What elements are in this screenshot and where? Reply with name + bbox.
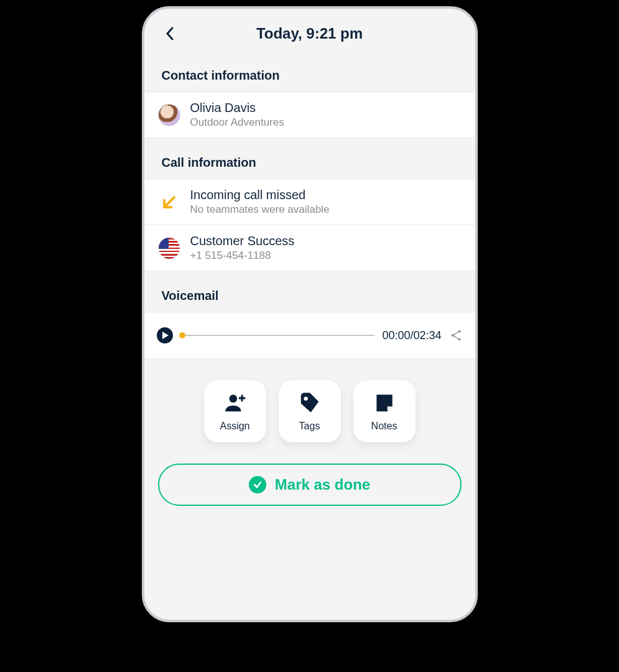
us-flag-icon	[157, 236, 182, 261]
phone-frame: Today, 9:21 pm Contact information Olivi…	[142, 6, 478, 622]
svg-point-3	[229, 394, 237, 403]
progress-handle[interactable]	[179, 332, 185, 338]
header-title: Today, 9:21 pm	[162, 25, 458, 42]
svg-point-4	[304, 397, 307, 401]
call-number-row[interactable]: Customer Success +1 515-454-1188	[144, 225, 475, 271]
contact-row[interactable]: Olivia Davis Outdoor Adventures	[144, 91, 475, 138]
play-button[interactable]	[157, 327, 173, 343]
avatar	[157, 103, 182, 128]
assign-label: Assign	[220, 421, 249, 432]
section-call-header: Call information	[144, 138, 475, 179]
call-phone: +1 515-454-1188	[190, 250, 295, 262]
contact-name: Olivia Davis	[190, 101, 284, 115]
call-status-row[interactable]: Incoming call missed No teammates were a…	[144, 179, 475, 225]
svg-point-2	[458, 338, 460, 340]
notes-label: Notes	[371, 421, 398, 432]
svg-point-0	[451, 334, 454, 337]
tag-icon	[298, 391, 322, 414]
notes-icon	[373, 391, 396, 414]
svg-point-1	[458, 330, 460, 333]
missed-call-icon	[157, 190, 182, 215]
voicemail-player: 00:00/02:34	[144, 312, 475, 359]
assign-icon	[223, 391, 247, 414]
tags-label: Tags	[299, 421, 320, 432]
mark-done-button[interactable]: Mark as done	[158, 464, 462, 506]
action-row: Assign Tags Notes	[144, 359, 475, 457]
notes-button[interactable]: Notes	[353, 380, 416, 442]
call-status-sub: No teammates were available	[190, 203, 330, 216]
header-bar: Today, 9:21 pm	[144, 9, 475, 51]
assign-button[interactable]: Assign	[204, 380, 266, 442]
section-contact-header: Contact information	[144, 51, 475, 91]
progress-track[interactable]	[180, 335, 375, 336]
call-dept: Customer Success	[190, 234, 295, 248]
contact-company: Outdoor Adventures	[190, 116, 284, 129]
mark-done-label: Mark as done	[275, 476, 370, 493]
voicemail-time: 00:00/02:34	[382, 329, 441, 342]
play-icon	[162, 332, 169, 339]
share-icon[interactable]	[449, 329, 463, 342]
section-voicemail-header: Voicemail	[144, 271, 475, 312]
call-status-title: Incoming call missed	[190, 188, 330, 202]
check-icon	[249, 476, 266, 493]
tags-button[interactable]: Tags	[279, 380, 341, 442]
